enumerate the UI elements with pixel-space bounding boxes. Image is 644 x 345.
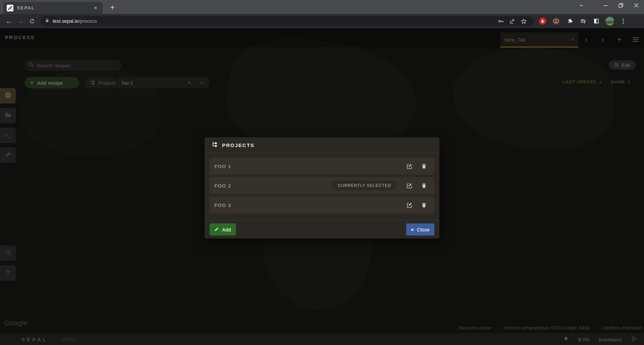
profile-avatar[interactable] [604, 16, 615, 26]
back-icon[interactable]: ← [3, 15, 15, 27]
window-minimize-button[interactable] [598, 0, 613, 11]
tab-close-icon[interactable]: × [92, 4, 99, 12]
add-project-button[interactable]: Add [210, 223, 236, 235]
projects-modal: PROJECTS FOO 1 [205, 137, 439, 238]
projects-modal-footer: Add × Close [205, 220, 439, 238]
sepal-favicon-icon [7, 5, 13, 11]
edit-project-icon[interactable] [405, 201, 414, 209]
window-restore-button[interactable] [613, 0, 629, 11]
url-bar[interactable]: test.sepal.io/process [40, 16, 534, 26]
projects-modal-header: PROJECTS [205, 137, 439, 153]
delete-project-icon[interactable] [420, 201, 428, 209]
close-icon: × [411, 227, 414, 232]
delete-project-icon[interactable] [420, 162, 428, 170]
browser-tabstrip: SEPAL × + [0, 0, 644, 14]
extensions-puzzle-icon[interactable] [564, 16, 575, 26]
project-row[interactable]: FOO 3 [210, 197, 434, 213]
project-name: FOO 2 [214, 183, 332, 189]
bookmark-star-icon[interactable] [518, 16, 529, 26]
project-row[interactable]: FOO 2 CURRENTLY SELECTED [210, 177, 434, 194]
new-tab-button[interactable]: + [107, 3, 117, 13]
tab-search-icon[interactable] [574, 0, 589, 11]
window-close-button[interactable] [629, 0, 644, 11]
project-name: FOO 3 [214, 202, 405, 208]
share-icon[interactable] [506, 16, 518, 26]
pencil-icon [214, 227, 219, 232]
lock-icon [45, 18, 49, 24]
project-name: FOO 1 [214, 163, 405, 169]
close-modal-button[interactable]: × Close [406, 223, 434, 235]
browser-menu-icon[interactable]: ⋮ [618, 16, 629, 26]
edit-project-icon[interactable] [405, 181, 414, 190]
goggles-extension-icon[interactable] [551, 16, 561, 26]
currently-selected-badge: CURRENTLY SELECTED [332, 181, 397, 190]
url-host: test.sepal.io [53, 18, 78, 24]
project-tree-icon [212, 141, 218, 149]
edit-project-icon[interactable] [405, 162, 414, 170]
sepal-app: PROCESS New_Tab × ‹ › + + Add recipe [0, 28, 644, 345]
add-button-label: Add [222, 227, 231, 232]
browser-toolbar: ← → test.sepal.io/process [0, 14, 644, 28]
split-theme-extension-icon[interactable] [591, 16, 602, 26]
forward-icon[interactable]: → [15, 15, 26, 27]
adblock-extension-icon[interactable] [537, 16, 548, 26]
playlist-extension-icon[interactable] [578, 16, 588, 26]
delete-project-icon[interactable] [420, 181, 428, 190]
projects-modal-title: PROJECTS [222, 142, 255, 148]
password-key-icon[interactable] [495, 16, 506, 26]
reload-icon[interactable] [26, 15, 38, 27]
url-path: /process [78, 18, 97, 24]
browser-tab[interactable]: SEPAL × [3, 2, 103, 14]
project-row[interactable]: FOO 1 [210, 158, 434, 175]
projects-list: FOO 1 FOO 2 CURRENTLY SE [205, 153, 439, 220]
browser-tab-title: SEPAL [17, 6, 92, 10]
close-button-label: Close [417, 227, 430, 232]
